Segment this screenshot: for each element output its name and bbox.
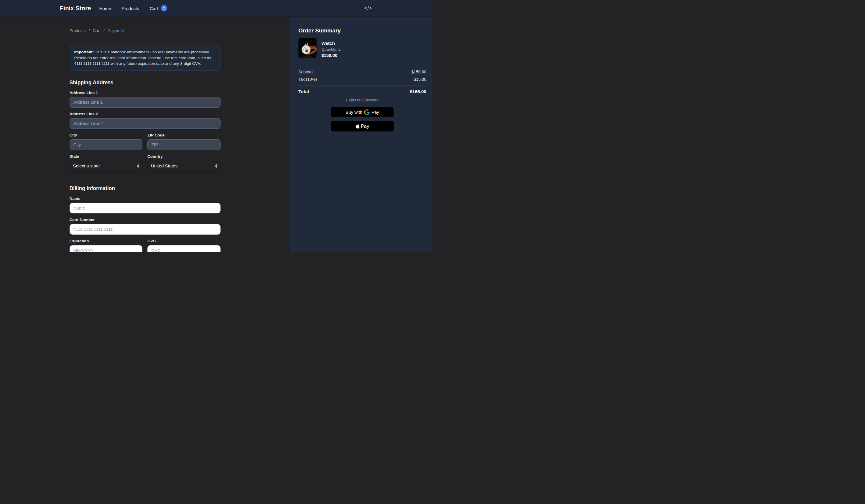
breadcrumb: Products / Cart / Payment	[70, 24, 220, 37]
breadcrumb-payment-current: Payment	[107, 28, 124, 33]
select-arrows-icon	[137, 164, 139, 168]
nav-item-products[interactable]: Products	[122, 6, 139, 11]
breadcrumb-products[interactable]: Products	[70, 28, 86, 33]
apple-icon	[356, 124, 360, 129]
nav-item-home[interactable]: Home	[99, 6, 111, 11]
subtotal-label: Subtotal	[298, 70, 313, 74]
express-checkout-label: Express Checkout	[346, 98, 379, 102]
card-number-input[interactable]	[70, 224, 220, 235]
shipping-address-line-1-input[interactable]	[70, 97, 220, 108]
totals-divider	[298, 85, 426, 85]
apple-pay-button[interactable]: Pay	[331, 121, 394, 131]
card-number-label: Card Number	[70, 218, 220, 222]
expiration-input[interactable]	[70, 245, 143, 252]
state-select-value: Select a state	[73, 163, 100, 168]
tax-label: Tax (10%)	[298, 77, 317, 82]
tax-row: Tax (10%) $15.00	[298, 77, 426, 82]
watch-illustration	[298, 38, 316, 58]
breadcrumb-separator: /	[89, 28, 90, 33]
field-city: City	[70, 133, 143, 150]
top-nav: Finix Store Home Products Cart 2 </>	[0, 0, 432, 17]
divider-line	[382, 100, 426, 100]
item-quantity: Quantity: 2	[321, 47, 341, 51]
shipping-address-line-2-label: Address Line 2	[70, 112, 220, 116]
checkout-page: Finix Store Home Products Cart 2 </> Pro…	[0, 0, 432, 252]
state-label: State	[70, 154, 143, 159]
breadcrumb-separator: /	[103, 28, 105, 33]
country-select[interactable]: United States	[147, 161, 220, 171]
gpay-button[interactable]: Buy with Pay	[331, 107, 394, 117]
select-arrows-icon	[215, 164, 218, 168]
field-zip: ZIP Code	[147, 133, 220, 150]
field-shipping-address-line-1: Address Line 1	[70, 91, 220, 108]
order-summary-panel: Order Summary	[290, 17, 432, 252]
total-row: Total $165.00	[298, 89, 426, 94]
field-expiration: Expiration	[70, 239, 143, 252]
city-input[interactable]	[70, 139, 143, 150]
subtotal-row: Subtotal $150.00	[298, 70, 426, 74]
code-icon[interactable]: </>	[365, 5, 372, 11]
google-g-icon	[364, 109, 370, 115]
shipping-address-line-1-label: Address Line 1	[70, 91, 220, 95]
divider-line	[298, 100, 343, 100]
country-label: Country	[147, 154, 220, 159]
tax-value: $15.00	[414, 77, 426, 82]
cart-count-badge: 2	[161, 5, 167, 12]
total-value: $165.00	[410, 89, 426, 94]
field-card-number: Card Number	[70, 218, 220, 235]
city-label: City	[70, 133, 143, 137]
item-price: $150.00	[321, 53, 341, 58]
notice-important-label: Important:	[74, 50, 94, 54]
nav-item-cart[interactable]: Cart 2	[150, 5, 167, 12]
billing-name-input[interactable]	[70, 203, 220, 213]
shipping-address-line-2-input[interactable]	[70, 118, 220, 129]
nav-links: Home Products Cart 2	[99, 5, 168, 12]
field-shipping-address-line-2: Address Line 2	[70, 112, 220, 129]
notice-text: This is a sandbox environment - no real …	[74, 50, 211, 66]
payment-main: Products / Cart / Payment Important: Thi…	[0, 17, 290, 252]
totals-section: Subtotal $150.00 Tax (10%) $15.00 Total …	[298, 70, 426, 94]
cvc-label: CVC	[147, 239, 220, 243]
zip-input[interactable]	[147, 139, 220, 150]
order-summary-title: Order Summary	[298, 27, 426, 34]
express-checkout-divider: Express Checkout	[298, 98, 426, 102]
country-select-value: United States	[151, 163, 177, 168]
watch-product-image	[298, 38, 316, 58]
apple-pay-label: Pay	[361, 124, 369, 129]
express-pay-buttons: Buy with Pay Pay	[298, 107, 426, 131]
brand-logo[interactable]: Finix Store	[60, 5, 91, 12]
field-cvc: CVC	[147, 239, 220, 252]
gpay-pay-label: Pay	[371, 110, 379, 115]
sandbox-notice: Important: This is a sandbox environment…	[70, 45, 220, 71]
billing-name-label: Name	[70, 196, 220, 201]
field-billing-name: Name	[70, 196, 220, 213]
item-name: Watch	[321, 41, 341, 46]
billing-information-title: Billing Information	[70, 185, 220, 191]
nav-cart-label: Cart	[150, 6, 158, 11]
total-label: Total	[298, 89, 309, 94]
content-split: Products / Cart / Payment Important: Thi…	[0, 17, 432, 252]
zip-label: ZIP Code	[147, 133, 220, 137]
gpay-prefix-label: Buy with	[346, 110, 362, 115]
subtotal-value: $150.00	[411, 70, 426, 74]
state-select[interactable]: Select a state	[70, 161, 143, 171]
shipping-address-title: Shipping Address	[70, 80, 220, 86]
cart-item-watch: Watch Quantity: 2 $150.00	[298, 38, 426, 58]
field-state: State Select a state	[70, 154, 143, 171]
field-country: Country United States	[147, 154, 220, 171]
breadcrumb-cart[interactable]: Cart	[93, 28, 101, 33]
expiration-label: Expiration	[70, 239, 143, 243]
cvc-input[interactable]	[147, 245, 220, 252]
